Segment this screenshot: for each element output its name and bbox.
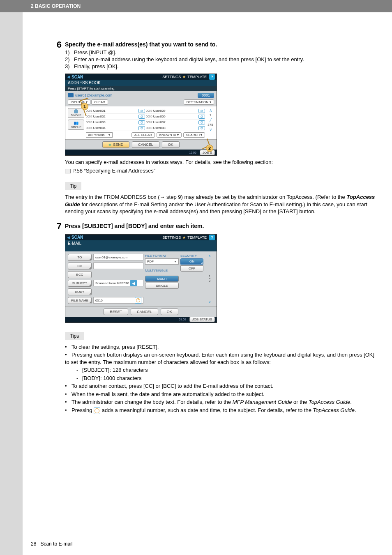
single-mode-button[interactable]: SINGLE [68,108,84,118]
clear-button[interactable]: CLEAR [91,99,108,105]
arrow-left-icon[interactable]: ◀ [130,280,137,286]
tip-item: Pressing adds a meaningful number, such … [65,407,380,414]
step-7-title: Press [SUBJECT] and [BODY] and enter eac… [65,223,380,229]
filename-field[interactable]: 0510 [93,297,143,304]
mail-chip-icon[interactable]: @ [138,109,145,113]
multi-button[interactable]: MULTI [145,276,179,282]
mail-chip-icon[interactable]: @ [138,115,145,119]
tip-subitem: [SUBJECT]: 128 characters [76,366,380,374]
to-field[interactable]: user01@example.com [93,254,143,260]
mail-chip-icon[interactable]: @ [138,126,145,130]
page-footer: 28 Scan to E-mail [31,541,72,547]
cc-field[interactable] [93,263,143,269]
send-diamond-icon: ◈ [108,143,111,147]
page-number: 28 [31,541,36,547]
security-on-button[interactable]: ON [180,258,203,265]
to-button[interactable]: TO [68,254,92,261]
substep-1-text: Press [INPUT @]. [74,49,116,55]
settings-tab[interactable]: SETTINGS [161,235,182,240]
header-section-title: 2 BASIC OPERATION [31,3,81,9]
help-icon[interactable]: ? [209,74,215,80]
header-band: 2 BASIC OPERATION [0,0,392,12]
filter-dropdown[interactable]: All Persons [86,132,113,138]
table-row: 0004User004 @ 0008User008 @ [86,125,205,131]
cancel-button[interactable]: CANCEL [132,141,159,148]
step-7-number: 7 [49,222,62,231]
address-count: 0001 [198,93,214,98]
subject-button[interactable]: SUBJECT [68,280,92,287]
shot2-title: SCAN [71,235,83,240]
known-id-button[interactable]: KNOWN ID▾ [157,132,182,138]
left-margin-band [0,12,23,555]
mail-chip-icon[interactable]: @ [198,120,205,124]
search-button[interactable]: SEARCH▾ [183,132,205,138]
back-icon[interactable]: ◀ [67,235,70,240]
ok-button[interactable]: OK [161,309,178,315]
tip-item: The administrator can change the body te… [65,398,380,406]
book-icon [65,169,71,173]
destination-button[interactable]: DESTINATION▾ [184,99,214,105]
security-off-button[interactable]: OFF [180,265,203,272]
timestamp: 15:06 [189,151,196,154]
callout-1: 1 [81,103,88,110]
filename-button[interactable]: FILE NAME [68,297,92,304]
send-button[interactable]: ◈SEND [102,141,129,148]
template-tab[interactable]: TEMPLATE [186,75,208,79]
substep-2-text: Enter an e-mail address using the keyboa… [74,56,304,62]
settings-tab[interactable]: SETTINGS [161,75,182,79]
tips-list: To clear the settings, press [RESET]. Pr… [65,343,380,414]
body-button[interactable]: BODY [68,288,92,295]
ok-button[interactable]: OK [162,141,180,148]
mail-chip-icon[interactable]: @ [198,109,205,113]
clock-button[interactable] [135,297,141,304]
substep-1-num: 1) [65,49,74,55]
scroll-up-icon[interactable]: ∧ [209,108,212,113]
scroll-down-icon[interactable]: ∨ [208,300,211,304]
all-clear-button[interactable]: ALL CLEAR [131,132,155,138]
tip-item: To add another contact, press [CC] or [B… [65,382,380,390]
timestamp: 09:09 [179,318,186,321]
substep-3-text: Finally, press [OK]. [74,63,119,69]
template-star-icon: ★ [182,75,186,79]
group-mode-button[interactable]: 👥 GROUP [68,120,84,130]
template-tab[interactable]: TEMPLATE [186,235,208,240]
substep-3-num: 3) [65,63,74,69]
shot1-title: SCAN [71,75,83,79]
shot2-subtitle: E-MAIL [65,240,217,246]
mail-chip-icon[interactable]: @ [198,126,205,130]
subject-field[interactable]: Scanned from MFP070 ◀ [93,280,143,286]
substep-2-num: 2) [65,56,74,62]
bcc-button[interactable]: BCC [68,271,92,278]
scroll-down-icon[interactable]: ∨ [209,127,212,132]
tip-text: The entry in the FROM ADDRESS box (→ ste… [65,193,380,215]
screenshot-email-compose: ◀ SCAN SETTINGS ★ TEMPLATE ? E-MAIL TO u… [65,234,217,323]
reset-button[interactable]: RESET [104,309,128,315]
scroll-up-icon[interactable]: ∧ [208,254,211,258]
mail-chip-icon[interactable]: @ [198,115,205,119]
shot2-topbar: ◀ SCAN SETTINGS ★ TEMPLATE ? [65,235,217,240]
file-format-label: FILE FORMAT [145,254,179,258]
back-icon[interactable]: ◀ [67,75,70,79]
job-status-button[interactable]: JOB STATUS [189,317,215,322]
footer-section: Scan to E-mail [40,541,72,547]
group-icon: 👥 [74,121,78,125]
shot1-subtitle: ADDRESS BOOK [65,80,217,86]
total-count: 375 [208,123,213,127]
mail-chip-icon[interactable]: @ [138,120,145,124]
reference-link: P.58 “Specifying E-mail Addresses” [65,168,380,174]
single-button[interactable]: SINGLE [145,283,179,289]
multi-single-label: MULTI/SINGLE [145,269,179,272]
shot1-note: Press [START] to start scanning. [65,86,217,91]
tip-item: To clear the settings, press [RESET]. [65,343,380,351]
tip-label: Tip [65,182,81,190]
template-star-icon: ★ [182,235,186,240]
cc-button[interactable]: CC [68,263,92,269]
page-indicator: 1 2 [209,275,210,283]
cancel-button[interactable]: CANCEL [131,309,158,315]
step-7: 7 Press [SUBJECT] and [BODY] and enter e… [49,223,380,231]
file-format-dropdown[interactable]: PDF [145,258,179,265]
help-icon[interactable]: ? [209,235,215,240]
tips-label: Tips [65,332,84,340]
shot1-topbar: ◀ SCAN SETTINGS ★ TEMPLATE ? [65,74,217,80]
tip-item: Pressing each button displays an on-scre… [65,351,380,366]
